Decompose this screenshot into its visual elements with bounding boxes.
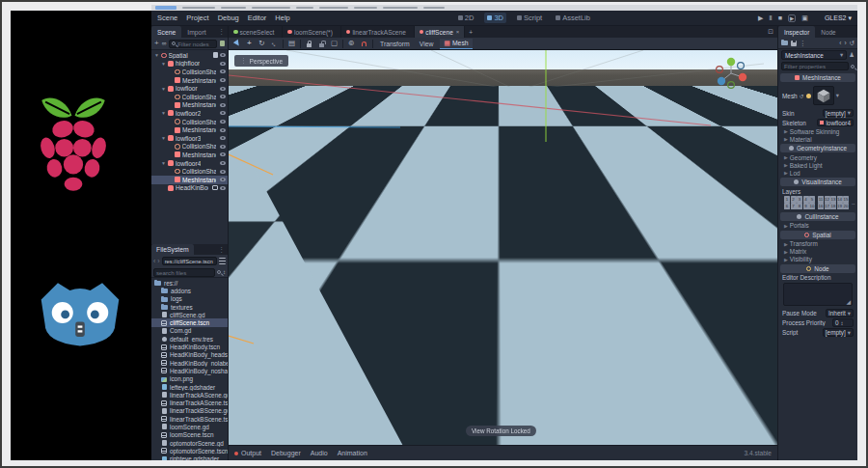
layer-toggle[interactable]: 4 <box>803 196 809 203</box>
tab-scene[interactable]: Scene <box>151 26 181 38</box>
file-row[interactable]: loomScene.gd <box>151 423 228 430</box>
visibility-eye-icon[interactable] <box>220 161 226 165</box>
unlock-icon[interactable] <box>319 43 324 47</box>
menu-item[interactable]: Scene <box>157 14 177 22</box>
tab-filesystem[interactable]: FileSystem <box>151 244 194 255</box>
visibility-eye-icon[interactable] <box>220 128 226 132</box>
3d-viewport[interactable]: ⋮Perspective View Rotation Locked <box>229 50 777 445</box>
load-resource-icon[interactable] <box>781 41 788 45</box>
file-row[interactable]: textures <box>151 303 228 311</box>
history-icon[interactable]: ↺ <box>850 40 854 47</box>
file-row[interactable]: Com.gd <box>151 327 228 335</box>
scene-tree-row[interactable]: ▼ CollisionShape <box>151 118 228 126</box>
property-process-priority[interactable]: Process Priority 0↕ <box>780 318 855 328</box>
node-badge-icon[interactable] <box>213 52 218 58</box>
dock-menu-icon[interactable]: ⋮ <box>215 26 228 38</box>
forward-icon[interactable]: › <box>157 258 159 264</box>
snap-magnet-icon[interactable] <box>362 41 366 46</box>
layer-toggle[interactable]: 19 <box>837 203 843 209</box>
scene-tree-row[interactable]: ▼ Spatial <box>151 51 228 60</box>
layer-toggle[interactable]: 5 <box>809 196 815 203</box>
layer-toggle[interactable]: 15 <box>843 196 849 203</box>
perspective-button[interactable]: ⋮Perspective <box>234 55 288 67</box>
scene-tree-row[interactable]: ▼ CollisionShape <box>151 93 228 101</box>
scene-tab[interactable]: loomScene(*) <box>283 26 340 38</box>
property-group-fold[interactable]: ▶Material <box>780 135 855 143</box>
tab-close-icon[interactable]: × <box>456 29 460 35</box>
docs-icon[interactable]: ♟ <box>849 51 854 59</box>
file-row[interactable]: optomotorScene.tscn <box>151 447 228 454</box>
filter-nodes-input[interactable]: Filter nodes <box>169 40 217 48</box>
node-badge-icon[interactable] <box>212 185 218 190</box>
expand-arrow-icon[interactable]: ▼ <box>161 135 166 141</box>
spinbox-arrows-icon[interactable]: ↕ <box>841 320 844 326</box>
file-row[interactable]: linearTrackBScene.tscn <box>151 415 228 423</box>
stop-button[interactable]: ■ <box>778 14 782 21</box>
file-row[interactable]: cliffScene.tscn <box>151 318 228 326</box>
scene-tree-row[interactable]: ▼ CollisionShape <box>151 143 228 151</box>
property-group-fold[interactable]: ▶Lod <box>780 169 855 177</box>
scene-tree-row[interactable]: ▼ HeadKinBody <box>151 184 228 193</box>
transform-menu[interactable]: Transform <box>377 40 413 48</box>
layer-toggle[interactable]: 17 <box>825 203 830 209</box>
add-node-button[interactable]: + <box>154 40 159 47</box>
move-mode-icon[interactable]: + <box>245 40 254 48</box>
property-pause-mode[interactable]: Pause Mode Inherit▾ <box>780 309 855 318</box>
filter-properties-input[interactable]: Filter properties <box>781 62 849 70</box>
property-group-fold[interactable]: ▶Transform <box>780 240 855 248</box>
expand-icon[interactable]: ◢ <box>846 298 851 305</box>
scene-tree-row[interactable]: ▼ MeshInstance <box>151 176 228 184</box>
visibility-eye-icon[interactable] <box>220 136 226 140</box>
rotate-mode-icon[interactable]: ↻ <box>258 40 266 48</box>
property-group-fold[interactable]: ▶Matrix <box>780 248 855 256</box>
file-row[interactable]: linearTrackAScene.tscn <box>151 399 228 406</box>
menu-item[interactable]: Debug <box>218 14 239 22</box>
layer-toggle[interactable]: 20 <box>843 203 849 209</box>
visibility-eye-icon[interactable] <box>220 186 226 190</box>
scene-tree-row[interactable]: ▼ MeshInstance <box>151 101 228 110</box>
bottom-panel-button[interactable]: Audio <box>311 450 328 456</box>
save-resource-icon[interactable] <box>791 41 797 46</box>
select-mode-icon[interactable] <box>232 40 240 47</box>
layer-toggle[interactable]: 2 <box>791 196 797 203</box>
current-path-field[interactable]: res://cliffScene.tscn <box>162 257 217 265</box>
layer-toggle[interactable]: 18 <box>830 203 836 209</box>
local-space-icon[interactable]: ⊚ <box>347 40 356 48</box>
file-row[interactable]: HeadKinBody_noshader. <box>151 367 228 374</box>
file-row[interactable]: loomScene.tscn <box>151 431 228 439</box>
tab-import[interactable]: Import <box>181 26 211 38</box>
layer-toggle[interactable]: 8 <box>797 203 802 209</box>
file-row[interactable]: addons <box>151 287 228 294</box>
layer-toggle[interactable]: 1 <box>784 196 790 203</box>
layer-toggle[interactable]: 9 <box>803 203 809 209</box>
layer-toggle[interactable]: 11 <box>818 196 824 203</box>
history-back-icon[interactable]: ‹ <box>839 40 841 46</box>
tab-node[interactable]: Node <box>815 26 841 38</box>
split-mode-icon[interactable] <box>219 258 226 264</box>
property-group-fold[interactable]: ▶Geometry <box>780 153 855 161</box>
visibility-eye-icon[interactable] <box>220 152 226 156</box>
visibility-eye-icon[interactable] <box>220 69 226 73</box>
scene-tab[interactable]: cliffScene × <box>415 26 465 38</box>
visibility-eye-icon[interactable] <box>220 87 226 91</box>
property-group-fold[interactable]: ▶Software Skinning <box>780 127 855 135</box>
file-row[interactable]: default_env.tres <box>151 335 228 343</box>
expand-arrow-icon[interactable]: ▼ <box>161 160 166 166</box>
scene-tree-row[interactable]: ▼ lowfloor3 <box>151 134 228 143</box>
visibility-eye-icon[interactable] <box>220 145 226 149</box>
visibility-eye-icon[interactable] <box>220 103 226 107</box>
expand-arrow-icon[interactable]: ▼ <box>161 86 166 92</box>
view-menu[interactable]: View <box>417 40 437 48</box>
back-icon[interactable]: ‹ <box>153 258 155 264</box>
file-row[interactable]: logs <box>151 295 228 303</box>
resource-menu-icon[interactable]: ⋮ <box>800 40 805 47</box>
property-script[interactable]: Script [empty]▾ <box>780 328 855 338</box>
property-group-fold[interactable]: ▶Baked Light <box>780 161 855 169</box>
visibility-eye-icon[interactable] <box>220 53 226 57</box>
play-custom-scene-button[interactable]: ▣ <box>801 14 808 22</box>
play-scene-button[interactable]: ▶ <box>788 14 796 22</box>
property-skin[interactable]: Skin [empty]▾ <box>780 108 855 118</box>
visibility-eye-icon[interactable] <box>220 78 226 82</box>
layer-toggle[interactable]: 12 <box>825 196 830 203</box>
menu-item[interactable]: Help <box>275 14 289 22</box>
